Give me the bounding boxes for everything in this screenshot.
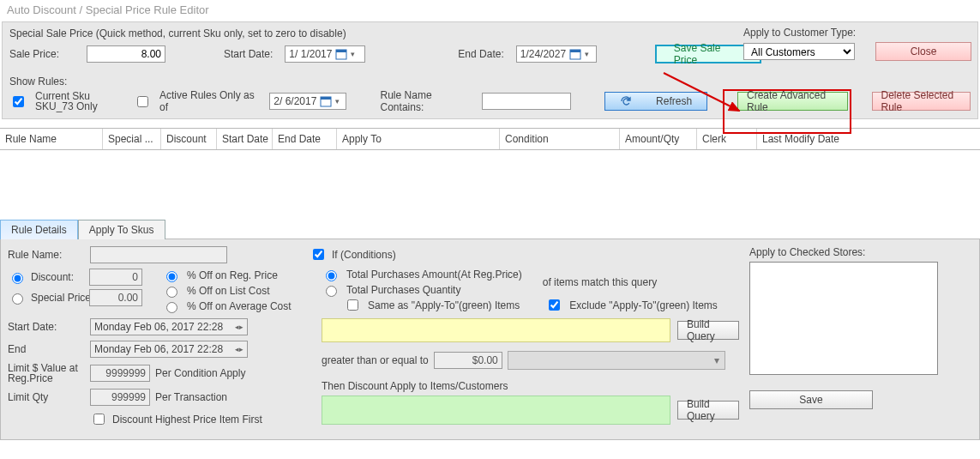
special-price-label: Special Price: [31,292,84,304]
calendar-icon [335,48,347,60]
stores-listbox[interactable] [749,262,938,375]
close-button[interactable]: Close [875,42,971,61]
detail-end-label: End [8,343,85,355]
details-panel: Rule Name: Discount: Special Price: % Of… [0,239,980,440]
active-only-date-value: 2/ 6/2017 [274,95,316,107]
same-as-label: Same as "Apply-To"(green) Items [368,299,520,311]
pct-list-label: % Off on List Cost [187,285,270,297]
col-start-date[interactable]: Start Date [217,129,273,149]
pct-reg-radio[interactable] [166,271,177,282]
exclude-checkbox[interactable] [549,299,560,311]
exclude-label: Exclude "Apply-To"(green) Items [569,299,718,311]
sale-price-label: Sale Price: [9,48,75,60]
spinner-icon: ◂▸ [235,345,243,353]
sale-price-input[interactable] [87,45,165,63]
active-only-checkbox[interactable] [137,96,148,107]
end-date-value: 1/24/2027 [520,48,566,60]
per-condition-label: Per Condition Apply [155,367,245,379]
end-date-field[interactable]: 1/24/2027 ▾ [516,45,597,63]
chevron-down-icon: ▾ [335,97,340,106]
spinner-icon: ◂▸ [235,323,243,331]
special-price-input[interactable] [89,289,142,306]
detail-start-date-value: Monday Feb 06, 2017 22:28 [94,321,223,333]
tab-apply-to-skus[interactable]: Apply To Skus [78,220,165,239]
annotation-highlight [723,89,851,134]
build-query-then-button[interactable]: Build Query [677,401,739,420]
customer-type-label: Apply to Customer Type: [743,27,856,39]
detail-end-value: Monday Feb 06, 2017 22:28 [94,343,223,355]
start-date-label: Start Date: [224,48,273,60]
refresh-label: Refresh [656,95,692,107]
then-label: Then Discount Apply to Items/Customers [322,380,739,392]
col-amount-qty[interactable]: Amount/Qty [620,129,697,149]
calendar-icon [320,95,332,107]
limit-dollar-label: Limit $ Value at Reg.Price [8,363,85,384]
discount-highest-label: Discount Highest Price Item First [112,414,262,426]
condition-query-box [322,318,670,342]
gte-input[interactable] [434,352,502,369]
tabstrip: Rule Details Apply To Skus [0,219,980,239]
gte-select[interactable]: ▾ [508,351,725,370]
col-end-date[interactable]: End Date [273,129,337,149]
build-query-condition-button[interactable]: Build Query [677,321,739,340]
svg-rect-3 [570,50,580,52]
current-sku-label: Current Sku SKU_73 Only [35,91,125,112]
rule-name-input[interactable] [90,246,227,263]
if-conditions-label: If (Conditions) [332,249,396,261]
pct-list-radio[interactable] [166,287,177,298]
stores-label: Apply to Checked Stores: [749,246,972,258]
total-amount-radio[interactable] [326,270,337,281]
pct-avg-radio[interactable] [166,302,177,313]
start-date-field[interactable]: 1/ 1/2017 ▾ [285,45,365,63]
then-query-box [322,396,670,425]
active-only-date-field[interactable]: 2/ 6/2017 ▾ [269,93,346,110]
if-conditions-checkbox[interactable] [313,249,324,260]
current-sku-checkbox[interactable] [13,96,24,107]
chevron-down-icon: ▾ [585,50,589,58]
discount-input[interactable] [89,269,142,286]
limit-qty-label: Limit Qty [8,391,85,403]
col-condition[interactable]: Condition [500,129,620,149]
active-only-label: Active Rules Only as of [159,89,261,113]
discount-radio[interactable] [12,273,23,284]
limit-dollar-input[interactable] [90,365,150,382]
col-discount[interactable]: Discount [161,129,217,149]
tab-rule-details[interactable]: Rule Details [0,220,78,239]
discount-label: Discount: [31,271,84,283]
col-apply-to[interactable]: Apply To [337,129,500,149]
detail-start-date-field[interactable]: Monday Feb 06, 2017 22:28 ◂▸ [90,318,248,335]
svg-rect-1 [336,50,346,52]
pct-avg-label: % Off on Average Cost [187,300,292,312]
special-price-radio[interactable] [12,293,23,305]
rule-name-contains-label: Rule Name Contains: [381,89,474,113]
show-rules-label: Show Rules: [9,75,971,88]
save-button[interactable]: Save [749,390,873,409]
total-amount-label: Total Purchases Amount(At Reg.Price) [346,269,522,281]
end-date-label: End Date: [458,48,503,60]
total-qty-radio[interactable] [326,286,337,297]
same-as-checkbox[interactable] [347,299,358,311]
chevron-down-icon: ▾ [351,50,355,58]
detail-start-date-label: Start Date: [8,321,85,333]
grid-body[interactable] [0,150,980,202]
window-title: Auto Discount / Special Price Rule Edito… [0,0,980,20]
refresh-icon [620,95,632,107]
calendar-icon [569,48,581,60]
gte-label: greater than or equal to [322,354,429,366]
detail-end-field[interactable]: Monday Feb 06, 2017 22:28 ◂▸ [90,341,248,358]
delete-selected-rule-button[interactable]: Delete Selected Rule [872,92,971,111]
svg-rect-5 [321,97,331,100]
col-special[interactable]: Special ... [103,129,161,149]
discount-highest-checkbox[interactable] [93,414,105,425]
pct-reg-label: % Off on Reg. Price [187,269,278,281]
total-qty-label: Total Purchases Quantity [346,284,460,296]
col-rule-name[interactable]: Rule Name [0,129,103,149]
limit-qty-input[interactable] [90,389,150,406]
rule-name-label: Rule Name: [8,249,85,261]
customer-type-select[interactable]: All Customers [743,43,855,60]
of-items-label: of items match this query [543,276,657,288]
per-transaction-label: Per Transaction [155,391,227,403]
refresh-button[interactable]: Refresh [604,92,706,111]
rule-name-contains-input[interactable] [482,93,571,110]
start-date-value: 1/ 1/2017 [289,48,332,60]
